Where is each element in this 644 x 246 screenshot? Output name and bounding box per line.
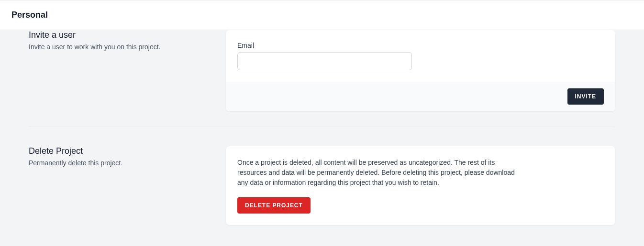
- main-content: Invite a user Invite a user to work with…: [0, 30, 644, 244]
- delete-project-panel: Once a project is deleted, all content w…: [226, 146, 615, 225]
- page-title: Personal: [11, 10, 633, 20]
- invite-user-card-footer: Invite: [226, 82, 615, 111]
- invite-user-info: Invite a user Invite a user to work with…: [29, 30, 211, 111]
- email-label: Email: [237, 42, 604, 49]
- delete-project-description: Permanently delete this project.: [29, 159, 211, 167]
- invite-user-title: Invite a user: [29, 30, 211, 40]
- invite-user-description: Invite a user to work with you on this p…: [29, 43, 211, 51]
- delete-project-card-body: Once a project is deleted, all content w…: [226, 146, 615, 225]
- invite-user-card-body: Email: [226, 30, 615, 82]
- delete-project-warning: Once a project is deleted, all content w…: [237, 158, 515, 188]
- page-header: Personal: [0, 0, 644, 30]
- invite-user-card: Email Invite: [226, 30, 615, 111]
- delete-project-card: Once a project is deleted, all content w…: [226, 146, 615, 225]
- email-input[interactable]: [237, 52, 412, 70]
- invite-button[interactable]: Invite: [567, 88, 604, 105]
- delete-project-section: Delete Project Permanently delete this p…: [29, 127, 615, 225]
- invite-user-panel: Email Invite: [226, 30, 615, 111]
- delete-project-button[interactable]: Delete Project: [237, 197, 311, 214]
- invite-user-section: Invite a user Invite a user to work with…: [29, 30, 615, 111]
- delete-project-info: Delete Project Permanently delete this p…: [29, 146, 211, 225]
- delete-project-title: Delete Project: [29, 146, 211, 156]
